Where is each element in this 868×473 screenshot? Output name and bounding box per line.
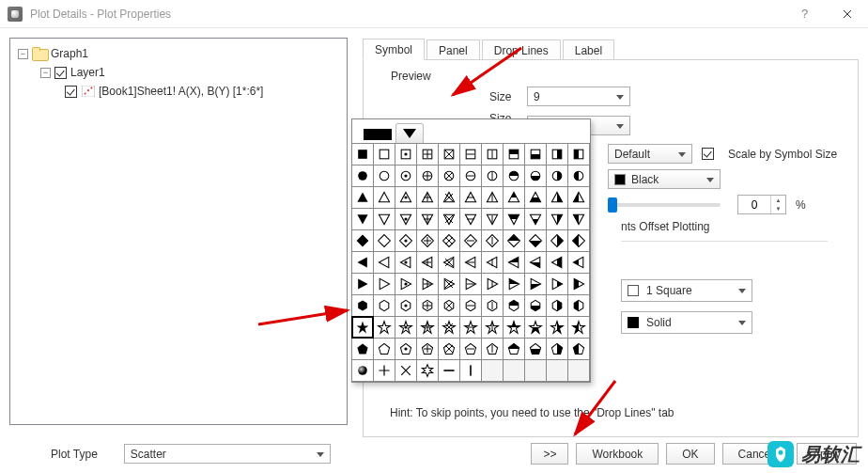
symbol-option[interactable] bbox=[524, 143, 547, 166]
symbol-option[interactable] bbox=[395, 186, 417, 209]
tree-node-graph[interactable]: − Graph1 bbox=[14, 44, 343, 63]
symbol-option[interactable] bbox=[524, 229, 547, 252]
symbol-option[interactable] bbox=[481, 251, 504, 274]
symbol-option[interactable] bbox=[481, 165, 504, 187]
symbol-option[interactable] bbox=[524, 165, 547, 187]
symbol-option[interactable] bbox=[459, 316, 482, 339]
symbol-option[interactable] bbox=[351, 359, 374, 382]
help-button[interactable]: ? bbox=[783, 0, 826, 28]
workbook-button[interactable]: Workbook bbox=[576, 443, 659, 465]
symbol-option[interactable] bbox=[373, 359, 395, 382]
symbol-option[interactable] bbox=[438, 273, 460, 295]
edge-thickness-select[interactable]: Default bbox=[608, 144, 692, 164]
symbol-option[interactable] bbox=[438, 208, 460, 230]
symbol-option[interactable] bbox=[395, 251, 417, 274]
tab-drop-lines[interactable]: Drop Lines bbox=[482, 39, 561, 60]
symbol-option[interactable] bbox=[546, 208, 568, 230]
symbol-option[interactable] bbox=[459, 165, 482, 187]
symbol-option[interactable] bbox=[351, 294, 374, 317]
symbol-option[interactable] bbox=[416, 251, 439, 274]
symbol-option[interactable] bbox=[459, 143, 482, 166]
symbol-option[interactable] bbox=[416, 186, 439, 209]
checkbox[interactable] bbox=[65, 86, 77, 98]
symbol-option[interactable] bbox=[395, 316, 417, 339]
ok-button[interactable]: OK bbox=[666, 443, 714, 465]
symbol-option[interactable] bbox=[524, 338, 547, 360]
symbol-option[interactable] bbox=[524, 208, 547, 230]
symbol-option[interactable] bbox=[373, 165, 395, 187]
symbol-option[interactable] bbox=[546, 294, 568, 317]
symbol-option[interactable] bbox=[503, 273, 525, 295]
collapse-icon[interactable]: − bbox=[18, 49, 28, 59]
tree[interactable]: − Graph1 − Layer1 [Book1]Sheet1! A(X), B… bbox=[9, 38, 348, 425]
symbol-option[interactable] bbox=[567, 294, 590, 317]
symbol-option[interactable] bbox=[395, 208, 417, 230]
spinner-buttons[interactable]: ▲▼ bbox=[770, 196, 785, 213]
symbol-option[interactable] bbox=[373, 338, 395, 360]
symbol-option[interactable] bbox=[481, 208, 504, 230]
symbol-option[interactable] bbox=[481, 294, 504, 317]
symbol-option[interactable] bbox=[438, 359, 460, 382]
symbol-option[interactable] bbox=[416, 165, 439, 187]
symbol-option[interactable] bbox=[481, 229, 504, 252]
symbol-option[interactable] bbox=[567, 186, 590, 209]
symbol-option[interactable] bbox=[503, 338, 525, 360]
symbol-option[interactable] bbox=[373, 186, 395, 209]
color-select[interactable]: Black bbox=[608, 169, 721, 189]
symbol-option[interactable] bbox=[524, 251, 547, 274]
symbol-option[interactable] bbox=[546, 338, 568, 360]
symbol-option[interactable] bbox=[546, 273, 568, 295]
symbol-option[interactable] bbox=[481, 316, 504, 339]
symbol-option[interactable] bbox=[395, 229, 417, 252]
symbol-option[interactable] bbox=[567, 251, 590, 274]
expand-button[interactable]: >> bbox=[531, 443, 568, 465]
symbol-gallery[interactable] bbox=[351, 118, 591, 383]
symbol-option[interactable] bbox=[459, 273, 482, 295]
symbol-option[interactable] bbox=[395, 294, 417, 317]
symbol-option[interactable] bbox=[567, 273, 590, 295]
symbol-option[interactable] bbox=[438, 316, 460, 339]
transparency-value[interactable]: ▲▼ bbox=[737, 195, 786, 214]
symbol-option[interactable] bbox=[373, 316, 395, 339]
tab-panel[interactable]: Panel bbox=[426, 39, 480, 60]
symbol-option[interactable] bbox=[459, 338, 482, 360]
symbol-option[interactable] bbox=[438, 165, 460, 187]
scale-by-size-checkbox[interactable] bbox=[702, 148, 714, 160]
symbol-option[interactable] bbox=[351, 208, 374, 230]
symbol-option[interactable] bbox=[395, 143, 417, 166]
symbol-option[interactable] bbox=[373, 143, 395, 166]
symbol-option[interactable] bbox=[438, 186, 460, 209]
symbol-option[interactable] bbox=[351, 316, 374, 339]
symbol-option[interactable] bbox=[373, 208, 395, 230]
symbol-option[interactable] bbox=[351, 186, 374, 209]
symbol-option[interactable] bbox=[503, 186, 525, 209]
symbol-option[interactable] bbox=[395, 273, 417, 295]
symbol-option[interactable] bbox=[351, 338, 374, 360]
symbol-option[interactable] bbox=[459, 186, 482, 209]
symbol-option[interactable] bbox=[351, 251, 374, 274]
symbol-option[interactable] bbox=[416, 208, 439, 230]
symbol-option[interactable] bbox=[546, 229, 568, 252]
tab-symbol[interactable]: Symbol bbox=[363, 39, 425, 60]
symbol-option[interactable] bbox=[503, 208, 525, 230]
symbol-option[interactable] bbox=[459, 208, 482, 230]
tree-node-layer[interactable]: − Layer1 bbox=[14, 63, 343, 82]
symbol-option[interactable] bbox=[567, 208, 590, 230]
symbol-option[interactable] bbox=[351, 229, 374, 252]
symbol-option[interactable] bbox=[459, 294, 482, 317]
symbol-option[interactable] bbox=[416, 316, 439, 339]
symbol-option[interactable] bbox=[351, 165, 374, 187]
symbol-option[interactable] bbox=[524, 186, 547, 209]
symbol-option[interactable] bbox=[524, 294, 547, 317]
symbol-option[interactable] bbox=[546, 165, 568, 187]
symbol-option[interactable] bbox=[524, 316, 547, 339]
symbol-option[interactable] bbox=[416, 229, 439, 252]
symbol-option[interactable] bbox=[438, 143, 460, 166]
symbol-option[interactable] bbox=[416, 359, 439, 382]
symbol-option[interactable] bbox=[416, 294, 439, 317]
symbol-option[interactable] bbox=[524, 273, 547, 295]
symbol-option[interactable] bbox=[503, 251, 525, 274]
symbol-option[interactable] bbox=[567, 338, 590, 360]
transparency-input[interactable] bbox=[738, 198, 770, 212]
symbol-option[interactable] bbox=[351, 273, 374, 295]
